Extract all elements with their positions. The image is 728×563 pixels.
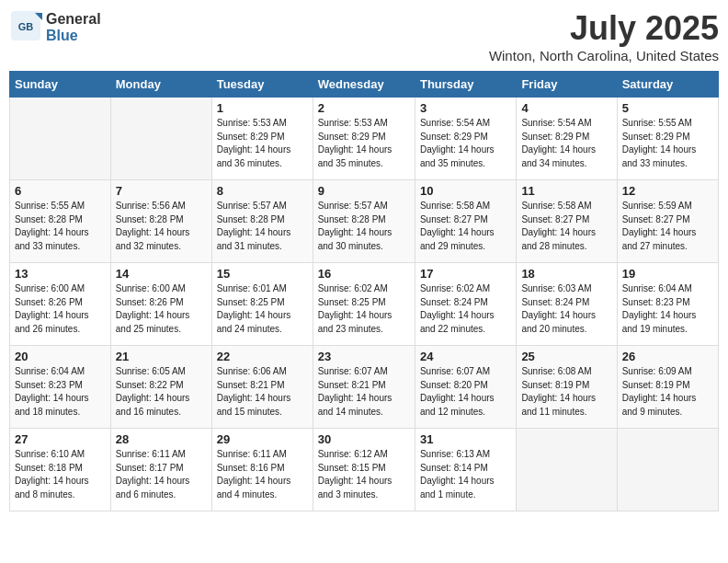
calendar-cell: 18Sunrise: 6:03 AM Sunset: 8:24 PM Dayli… xyxy=(517,263,617,346)
day-info: Sunrise: 6:06 AM Sunset: 8:21 PM Dayligh… xyxy=(217,365,308,419)
day-info: Sunrise: 6:02 AM Sunset: 8:25 PM Dayligh… xyxy=(318,282,410,336)
weekday-header-row: SundayMondayTuesdayWednesdayThursdayFrid… xyxy=(10,72,719,98)
day-info: Sunrise: 5:54 AM Sunset: 8:29 PM Dayligh… xyxy=(420,117,511,170)
calendar-cell xyxy=(10,98,111,180)
day-number: 5 xyxy=(622,101,713,115)
day-info: Sunrise: 6:08 AM Sunset: 8:19 PM Dayligh… xyxy=(521,365,611,419)
weekday-saturday: Saturday xyxy=(617,72,718,98)
day-info: Sunrise: 5:53 AM Sunset: 8:29 PM Dayligh… xyxy=(217,117,308,170)
calendar-cell: 17Sunrise: 6:02 AM Sunset: 8:24 PM Dayli… xyxy=(415,263,516,346)
weekday-friday: Friday xyxy=(517,72,617,98)
day-info: Sunrise: 6:13 AM Sunset: 8:14 PM Dayligh… xyxy=(420,448,511,501)
logo-icon: GB xyxy=(9,9,42,46)
weekday-monday: Monday xyxy=(110,72,211,98)
day-info: Sunrise: 5:55 AM Sunset: 8:28 PM Dayligh… xyxy=(15,200,106,253)
calendar-cell: 21Sunrise: 6:05 AM Sunset: 8:22 PM Dayli… xyxy=(110,346,211,429)
day-number: 18 xyxy=(521,267,611,281)
calendar-body: 1Sunrise: 5:53 AM Sunset: 8:29 PM Daylig… xyxy=(10,98,719,511)
calendar-cell: 26Sunrise: 6:09 AM Sunset: 8:19 PM Dayli… xyxy=(617,346,718,429)
calendar-cell: 22Sunrise: 6:06 AM Sunset: 8:21 PM Dayli… xyxy=(211,346,313,429)
logo-general-text: General xyxy=(46,11,101,27)
day-number: 12 xyxy=(622,184,713,198)
calendar-cell: 4Sunrise: 5:54 AM Sunset: 8:29 PM Daylig… xyxy=(517,98,617,180)
calendar-cell: 20Sunrise: 6:04 AM Sunset: 8:23 PM Dayli… xyxy=(10,346,111,429)
calendar-cell xyxy=(110,98,211,180)
day-info: Sunrise: 6:00 AM Sunset: 8:26 PM Dayligh… xyxy=(15,282,106,336)
day-number: 29 xyxy=(217,432,308,446)
day-number: 13 xyxy=(15,267,106,281)
day-info: Sunrise: 5:54 AM Sunset: 8:29 PM Dayligh… xyxy=(521,117,611,170)
calendar-cell: 3Sunrise: 5:54 AM Sunset: 8:29 PM Daylig… xyxy=(415,98,516,180)
day-info: Sunrise: 6:07 AM Sunset: 8:21 PM Dayligh… xyxy=(318,365,410,419)
calendar-cell: 24Sunrise: 6:07 AM Sunset: 8:20 PM Dayli… xyxy=(415,346,516,429)
calendar-cell: 13Sunrise: 6:00 AM Sunset: 8:26 PM Dayli… xyxy=(10,263,111,346)
day-number: 14 xyxy=(116,267,207,281)
calendar-cell: 11Sunrise: 5:58 AM Sunset: 8:27 PM Dayli… xyxy=(517,180,617,263)
day-number: 20 xyxy=(15,350,106,363)
week-row-1: 1Sunrise: 5:53 AM Sunset: 8:29 PM Daylig… xyxy=(10,98,719,180)
calendar-cell: 27Sunrise: 6:10 AM Sunset: 8:18 PM Dayli… xyxy=(10,429,111,511)
calendar-cell: 23Sunrise: 6:07 AM Sunset: 8:21 PM Dayli… xyxy=(313,346,415,429)
day-number: 2 xyxy=(318,101,410,115)
day-info: Sunrise: 6:09 AM Sunset: 8:19 PM Dayligh… xyxy=(622,365,713,419)
day-info: Sunrise: 6:12 AM Sunset: 8:15 PM Dayligh… xyxy=(318,448,410,501)
calendar-cell: 10Sunrise: 5:58 AM Sunset: 8:27 PM Dayli… xyxy=(415,180,516,263)
title-block: July 2025 Winton, North Carolina, United… xyxy=(489,9,719,63)
day-info: Sunrise: 5:56 AM Sunset: 8:28 PM Dayligh… xyxy=(116,200,207,253)
day-number: 16 xyxy=(318,267,410,281)
calendar-cell: 12Sunrise: 5:59 AM Sunset: 8:27 PM Dayli… xyxy=(617,180,718,263)
calendar-cell: 8Sunrise: 5:57 AM Sunset: 8:28 PM Daylig… xyxy=(211,180,313,263)
day-info: Sunrise: 5:58 AM Sunset: 8:27 PM Dayligh… xyxy=(521,200,611,253)
calendar-cell: 6Sunrise: 5:55 AM Sunset: 8:28 PM Daylig… xyxy=(10,180,111,263)
day-number: 6 xyxy=(15,184,106,198)
day-number: 9 xyxy=(318,184,410,198)
location-title: Winton, North Carolina, United States xyxy=(489,48,719,63)
day-info: Sunrise: 5:57 AM Sunset: 8:28 PM Dayligh… xyxy=(318,200,410,253)
day-number: 1 xyxy=(217,101,308,115)
day-number: 28 xyxy=(116,432,207,446)
week-row-3: 13Sunrise: 6:00 AM Sunset: 8:26 PM Dayli… xyxy=(10,263,719,346)
calendar-cell: 7Sunrise: 5:56 AM Sunset: 8:28 PM Daylig… xyxy=(110,180,211,263)
day-number: 25 xyxy=(521,350,611,363)
day-number: 19 xyxy=(622,267,713,281)
calendar-cell: 19Sunrise: 6:04 AM Sunset: 8:23 PM Dayli… xyxy=(617,263,718,346)
day-number: 10 xyxy=(420,184,511,198)
day-info: Sunrise: 5:53 AM Sunset: 8:29 PM Dayligh… xyxy=(318,117,410,170)
weekday-sunday: Sunday xyxy=(10,72,111,98)
svg-text:GB: GB xyxy=(18,21,34,32)
day-info: Sunrise: 6:05 AM Sunset: 8:22 PM Dayligh… xyxy=(116,365,207,419)
calendar-cell: 9Sunrise: 5:57 AM Sunset: 8:28 PM Daylig… xyxy=(313,180,415,263)
day-number: 4 xyxy=(521,101,611,115)
day-info: Sunrise: 6:11 AM Sunset: 8:17 PM Dayligh… xyxy=(116,448,207,501)
day-info: Sunrise: 5:59 AM Sunset: 8:27 PM Dayligh… xyxy=(622,200,713,253)
calendar-cell: 14Sunrise: 6:00 AM Sunset: 8:26 PM Dayli… xyxy=(110,263,211,346)
logo: GB General Blue xyxy=(9,9,101,46)
calendar-table: SundayMondayTuesdayWednesdayThursdayFrid… xyxy=(9,71,719,511)
page-header: GB General Blue July 2025 Winton, North … xyxy=(9,9,719,63)
day-info: Sunrise: 6:01 AM Sunset: 8:25 PM Dayligh… xyxy=(217,282,308,336)
day-number: 23 xyxy=(318,350,410,363)
day-info: Sunrise: 6:02 AM Sunset: 8:24 PM Dayligh… xyxy=(420,282,511,336)
calendar-cell: 28Sunrise: 6:11 AM Sunset: 8:17 PM Dayli… xyxy=(110,429,211,511)
day-info: Sunrise: 6:07 AM Sunset: 8:20 PM Dayligh… xyxy=(420,365,511,419)
day-number: 21 xyxy=(116,350,207,363)
calendar-cell: 25Sunrise: 6:08 AM Sunset: 8:19 PM Dayli… xyxy=(517,346,617,429)
day-info: Sunrise: 6:11 AM Sunset: 8:16 PM Dayligh… xyxy=(217,448,308,501)
day-number: 3 xyxy=(420,101,511,115)
calendar-cell: 31Sunrise: 6:13 AM Sunset: 8:14 PM Dayli… xyxy=(415,429,516,511)
weekday-tuesday: Tuesday xyxy=(211,72,313,98)
week-row-5: 27Sunrise: 6:10 AM Sunset: 8:18 PM Dayli… xyxy=(10,429,719,511)
day-number: 30 xyxy=(318,432,410,446)
week-row-4: 20Sunrise: 6:04 AM Sunset: 8:23 PM Dayli… xyxy=(10,346,719,429)
weekday-thursday: Thursday xyxy=(415,72,516,98)
calendar-cell xyxy=(617,429,718,511)
day-number: 8 xyxy=(217,184,308,198)
day-number: 15 xyxy=(217,267,308,281)
day-number: 26 xyxy=(622,350,713,363)
day-info: Sunrise: 6:04 AM Sunset: 8:23 PM Dayligh… xyxy=(622,282,713,336)
day-number: 17 xyxy=(420,267,511,281)
day-number: 31 xyxy=(420,432,511,446)
month-title: July 2025 xyxy=(489,9,719,48)
calendar-cell: 15Sunrise: 6:01 AM Sunset: 8:25 PM Dayli… xyxy=(211,263,313,346)
day-info: Sunrise: 5:55 AM Sunset: 8:29 PM Dayligh… xyxy=(622,117,713,170)
